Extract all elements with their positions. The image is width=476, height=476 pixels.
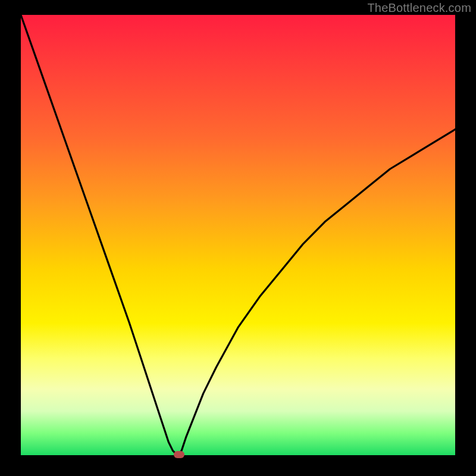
plot-area [21, 15, 455, 455]
optimal-point-marker [174, 451, 184, 458]
curve-svg [21, 15, 455, 455]
watermark-text: TheBottleneck.com [367, 1, 471, 15]
chart-frame: TheBottleneck.com [0, 0, 476, 476]
bottleneck-curve-path [21, 15, 455, 455]
